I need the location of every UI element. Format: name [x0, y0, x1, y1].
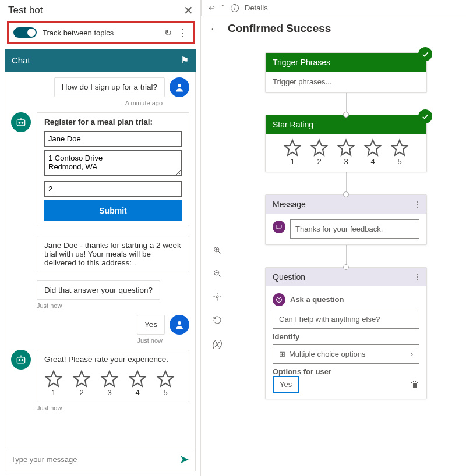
options-label: Options for user — [273, 367, 419, 376]
node-title: Question — [273, 272, 305, 282]
message-text[interactable]: Thanks for your feedback. — [290, 219, 419, 239]
svg-marker-10 — [46, 371, 62, 386]
highlight-track-toggle: Track between topics ↻ ⋮ — [7, 21, 195, 44]
bot-avatar-icon — [11, 350, 31, 370]
question-node[interactable]: ⋮ Question Ask a question Can I help wit… — [265, 267, 427, 399]
variable-icon[interactable]: (x) — [211, 338, 223, 349]
fit-icon[interactable] — [211, 291, 223, 303]
svg-rect-1 — [17, 120, 24, 126]
flag-icon[interactable]: ⚑ — [181, 55, 189, 66]
check-icon — [418, 109, 432, 123]
svg-marker-29 — [338, 140, 354, 155]
svg-point-3 — [22, 122, 23, 124]
svg-point-0 — [178, 84, 181, 87]
user-message: How do I sign up for a trial? — [54, 77, 165, 97]
bot-message-row: Jane Doe - thanks for starting a 2 week … — [11, 236, 189, 272]
svg-marker-28 — [312, 140, 327, 155]
test-bot-panel: Test bot ✕ Track between topics ↻ ⋮ Chat… — [0, 0, 201, 476]
bot-followup-row: Did that answer your question? — [11, 280, 189, 300]
canvas-toolbar: (x) — [211, 244, 223, 349]
star-2[interactable]: 2 — [310, 138, 329, 166]
rate-card: Great! Please rate your experience. 1234… — [37, 350, 189, 402]
chat-header-label: Chat — [12, 55, 30, 65]
track-toggle[interactable] — [13, 27, 37, 38]
star-2[interactable]: 2 — [72, 370, 91, 397]
quantity-input[interactable] — [44, 181, 182, 197]
svg-line-16 — [218, 251, 220, 253]
trigger-phrases-node[interactable]: Trigger Phrases Trigger phrases... — [265, 52, 427, 93]
chevron-down-icon[interactable]: ˅ — [221, 3, 225, 12]
timestamp: A minute ago — [11, 100, 189, 106]
svg-point-2 — [19, 122, 20, 124]
back-arrow-icon[interactable]: ← — [209, 23, 220, 35]
zoom-out-icon[interactable] — [211, 268, 223, 279]
zoom-in-icon[interactable] — [211, 244, 223, 256]
more-icon[interactable]: ⋮ — [178, 26, 188, 39]
node-menu-icon[interactable]: ⋮ — [414, 200, 422, 209]
node-menu-icon[interactable]: ⋮ — [414, 272, 422, 282]
message-icon — [273, 221, 285, 233]
star-1[interactable]: 1 — [283, 138, 302, 166]
canvas-panel: ↩ ˅ i Details ← Confirmed Success (x) Tr… — [201, 0, 466, 476]
submit-button[interactable]: Submit — [44, 200, 182, 221]
send-icon[interactable]: ➤ — [179, 452, 189, 466]
bot-confirm: Jane Doe - thanks for starting a 2 week … — [37, 236, 189, 272]
reset-icon[interactable] — [211, 314, 223, 326]
authoring-canvas[interactable]: (x) Trigger Phrases Trigger phrases... S… — [201, 41, 466, 460]
node-title: Star Rating — [273, 120, 313, 129]
undo-icon[interactable]: ↩ — [209, 3, 215, 12]
chat-body: How do I sign up for a trial? A minute a… — [5, 72, 196, 447]
question-text-input[interactable]: Can I help with anything else? — [273, 310, 419, 329]
star-4[interactable]: 4 — [128, 370, 147, 397]
bot-card-row: Register for a meal plan trial: Submit — [11, 112, 189, 226]
star-3[interactable]: 3 — [337, 138, 355, 166]
identify-label: Identify — [273, 332, 419, 341]
check-icon — [418, 47, 432, 61]
rate-prompt: Great! Please rate your experience. — [44, 355, 182, 364]
page-title: Confirmed Success — [228, 22, 331, 35]
star-5[interactable]: 5 — [390, 138, 409, 166]
node-title: Message — [273, 200, 306, 209]
star-4[interactable]: 4 — [363, 138, 382, 166]
message-node[interactable]: ⋮ Message Thanks for your feedback. — [265, 194, 427, 245]
name-input[interactable] — [44, 131, 182, 147]
svg-marker-13 — [130, 371, 146, 386]
svg-marker-30 — [365, 140, 381, 155]
top-toolbar: ↩ ˅ i Details — [201, 0, 466, 16]
star-1[interactable]: 1 — [44, 370, 63, 397]
svg-point-33 — [279, 301, 280, 301]
track-toggle-label: Track between topics — [43, 29, 164, 37]
composer: ➤ — [5, 447, 196, 471]
panel-title: Test bot — [8, 5, 43, 16]
address-input[interactable] — [44, 150, 182, 176]
details-link[interactable]: Details — [245, 3, 268, 12]
info-icon[interactable]: i — [231, 4, 239, 12]
question-icon — [273, 293, 285, 306]
user-message-row: How do I sign up for a trial? — [11, 77, 189, 97]
user-avatar-icon — [170, 77, 189, 97]
svg-marker-12 — [102, 371, 118, 386]
timestamp: Just now — [11, 337, 189, 344]
timestamp: Just now — [11, 404, 189, 411]
bot-rate-row: Great! Please rate your experience. 1234… — [11, 350, 189, 402]
chevron-right-icon: › — [411, 350, 413, 358]
chat-header: Chat ⚑ — [5, 49, 196, 72]
star-5[interactable]: 5 — [156, 370, 175, 397]
svg-marker-14 — [158, 371, 174, 386]
svg-marker-27 — [285, 140, 301, 155]
star-rating-node[interactable]: Star Rating 12345 — [265, 115, 427, 172]
option-item[interactable]: Yes — [273, 376, 299, 393]
breadcrumb: ← Confirmed Success — [201, 16, 466, 41]
identify-select[interactable]: ⊞Multiple choice options › — [273, 344, 419, 364]
timestamp: Just now — [11, 302, 189, 309]
star-3[interactable]: 3 — [100, 370, 119, 397]
reload-icon[interactable]: ↻ — [164, 27, 172, 38]
delete-icon[interactable]: 🗑 — [410, 379, 419, 390]
adaptive-card: Register for a meal plan trial: Submit — [37, 112, 189, 226]
user-yes: Yes — [137, 315, 165, 335]
close-icon[interactable]: ✕ — [183, 3, 193, 17]
message-input[interactable] — [11, 455, 179, 464]
svg-line-20 — [218, 275, 220, 276]
svg-rect-6 — [17, 357, 24, 363]
panel-header: Test bot ✕ — [0, 0, 200, 20]
